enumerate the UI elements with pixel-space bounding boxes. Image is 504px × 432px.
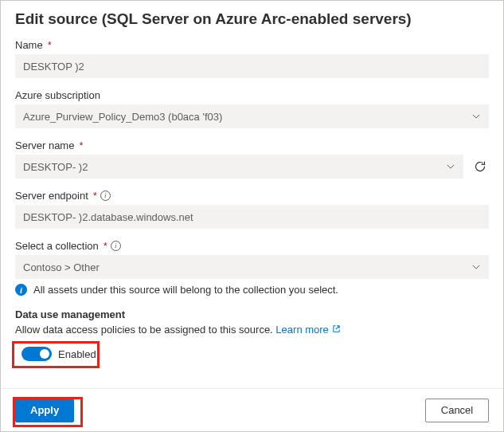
label-collection-text: Select a collection [15, 240, 99, 252]
dum-heading: Data use management [15, 308, 489, 320]
name-value: DESKTOP )2 [23, 61, 84, 73]
refresh-icon[interactable] [471, 158, 489, 175]
dum-toggle-label: Enabled [58, 348, 96, 360]
required-mark: * [79, 139, 83, 151]
label-subscription-text: Azure subscription [15, 89, 100, 101]
info-badge-icon: i [15, 284, 27, 296]
label-subscription: Azure subscription [15, 89, 489, 101]
server-name-value: DESKTOP- )2 [23, 161, 88, 173]
collection-hint-text: All assets under this source will belong… [33, 284, 338, 296]
edit-source-panel: Edit source (SQL Server on Azure Arc-ena… [0, 0, 504, 432]
dum-toggle[interactable] [21, 347, 52, 361]
chevron-down-icon [471, 112, 481, 121]
cancel-button[interactable]: Cancel [425, 399, 489, 422]
label-name-text: Name [15, 39, 43, 51]
info-icon[interactable]: i [111, 241, 121, 251]
required-mark: * [48, 39, 52, 51]
panel-footer: Apply Cancel [1, 388, 503, 431]
field-server-name: Server name * DESKTOP- )2 [15, 139, 489, 179]
dum-desc-text: Allow data access policies to be assigne… [15, 324, 273, 336]
label-collection: Select a collection * i [15, 240, 489, 252]
server-name-select[interactable]: DESKTOP- )2 [15, 155, 463, 179]
panel-content: Edit source (SQL Server on Azure Arc-ena… [1, 1, 503, 385]
chevron-down-icon [471, 262, 481, 272]
info-icon[interactable]: i [100, 190, 111, 201]
apply-button[interactable]: Apply [15, 399, 74, 422]
subscription-select[interactable]: Azure_Purview_Policy_Demo3 (b0aca 'f03) [15, 104, 489, 128]
label-server-name-text: Server name [15, 139, 74, 151]
required-mark: * [104, 240, 107, 252]
field-subscription: Azure subscription Azure_Purview_Policy_… [15, 89, 489, 128]
dum-toggle-wrap: Enabled [15, 342, 103, 366]
external-link-icon [332, 324, 341, 336]
collection-value: Contoso > Other [23, 261, 100, 273]
panel-title: Edit source (SQL Server on Azure Arc-ena… [15, 10, 489, 28]
server-endpoint-input[interactable]: DESKTOP- )2.database.windows.net [15, 205, 489, 229]
label-server-name: Server name * [15, 139, 489, 151]
label-server-endpoint: Server endpoint * i [15, 190, 489, 202]
label-name: Name * [15, 39, 489, 51]
collection-select[interactable]: Contoso > Other [15, 255, 489, 279]
dum-description: Allow data access policies to be assigne… [15, 324, 489, 336]
required-mark: * [93, 190, 97, 202]
field-collection: Select a collection * i Contoso > Other … [15, 240, 489, 296]
server-endpoint-value: DESKTOP- )2.database.windows.net [23, 211, 193, 223]
learn-more-link[interactable]: Learn more [275, 324, 340, 336]
field-name: Name * DESKTOP )2 [15, 39, 489, 78]
label-server-endpoint-text: Server endpoint [15, 190, 88, 202]
subscription-value: Azure_Purview_Policy_Demo3 (b0aca 'f03) [23, 111, 222, 123]
collection-hint-row: i All assets under this source will belo… [15, 284, 489, 296]
chevron-down-icon [446, 162, 455, 171]
name-input[interactable]: DESKTOP )2 [15, 54, 489, 78]
learn-more-text: Learn more [275, 324, 328, 336]
field-server-endpoint: Server endpoint * i DESKTOP- )2.database… [15, 190, 489, 229]
